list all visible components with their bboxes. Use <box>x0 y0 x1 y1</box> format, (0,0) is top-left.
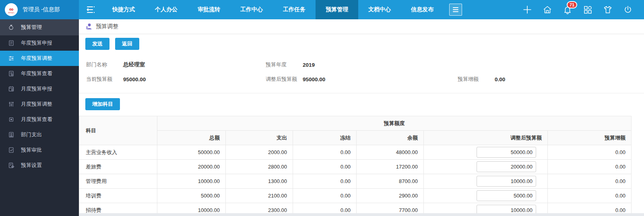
sidebar-item-label: 预算管理 <box>21 24 42 31</box>
sidebar-item-0[interactable]: 预算管理 <box>0 19 79 35</box>
sliders-icon <box>8 55 14 62</box>
person-icon <box>85 23 93 30</box>
balance-cell: 2900.00 <box>357 189 424 203</box>
spent-cell: 2100.00 <box>226 189 293 203</box>
nav-item-4[interactable]: 工作任务 <box>273 0 316 19</box>
sidebar-item-8[interactable]: 预算审批 <box>0 142 79 158</box>
table-actions: 增加科目 <box>79 93 644 115</box>
budget-year-value: 2019 <box>303 62 315 68</box>
topbar: ∞ 华天动力 管理员 -信息部 快捷方式个人办公审批流转工作中心工作任务预算管理… <box>0 0 644 19</box>
app-logo-icon: ∞ 华天动力 <box>5 3 18 16</box>
sidebar-item-label: 月度预算申报 <box>21 85 52 93</box>
apps-grid-icon[interactable] <box>583 5 592 14</box>
balance-cell: 8700.00 <box>357 174 424 189</box>
sidebar-item-label: 年度预算申报 <box>21 39 52 47</box>
notification-badge: 71 <box>567 1 577 8</box>
theme-shirt-icon[interactable] <box>603 5 613 14</box>
adjusted-budget-value: 95000.00 <box>303 76 325 82</box>
total-cell: 5000.00 <box>157 189 226 203</box>
budget-table: 科目 预算额度 总额 支出 冻结 余额 调整后预算额 预算增额 主营业务收入50… <box>79 116 632 216</box>
budget-increase-label: 预算增额 <box>458 76 495 83</box>
sidebar-item-1[interactable]: 年度预算申报 <box>0 35 79 51</box>
sidebar-item-7[interactable]: 部门支出 <box>0 127 79 142</box>
sidebar-item-label: 年度预算调整 <box>21 55 52 62</box>
doc-gear-icon <box>8 162 14 169</box>
column-header-increase: 预算增额 <box>548 131 632 145</box>
logo-area: ∞ 华天动力 管理员 -信息部 <box>0 0 79 19</box>
calendar-icon <box>8 86 14 92</box>
table-row: 差旅费20000.002800.000.0017200.000.00 <box>79 160 632 174</box>
subject-cell: 培训费 <box>79 189 157 203</box>
nav-item-1[interactable]: 个人办公 <box>145 0 188 19</box>
spent-cell: 2000.00 <box>226 145 293 160</box>
nav-item-3[interactable]: 工作中心 <box>230 0 273 19</box>
user-label: 管理员 -信息部 <box>23 6 60 13</box>
subject-cell: 管理费用 <box>79 174 157 189</box>
adjusted-budget-input[interactable] <box>477 147 536 158</box>
spent-cell: 1300.00 <box>226 174 293 189</box>
adjusted-cell <box>424 160 548 174</box>
money-bag-icon <box>8 24 14 31</box>
doc-view-icon <box>8 70 14 77</box>
adjusted-budget-input[interactable] <box>477 190 536 201</box>
nav-item-2[interactable]: 审批流转 <box>188 0 230 19</box>
total-cell: 10000.00 <box>157 174 226 189</box>
column-header-frozen: 冻结 <box>293 131 357 145</box>
sidebar: 预算管理年度预算申报年度预算调整年度预算查看月度预算申报月度预算调整月度预算查看… <box>0 19 79 216</box>
balance-cell: 48000.00 <box>357 145 424 160</box>
toolbar: 发送 返回 <box>79 34 644 53</box>
send-button[interactable]: 发送 <box>85 38 109 50</box>
dept-name-label: 部门名称 <box>86 61 123 68</box>
increase-cell: 0.00 <box>548 174 632 189</box>
doc-lines-icon <box>8 40 14 46</box>
sidebar-item-5[interactable]: 月度预算调整 <box>0 97 79 112</box>
notifications-bell-icon[interactable]: 71 <box>563 5 572 14</box>
subject-cell: 差旅费 <box>79 160 157 174</box>
budget-year-label: 预算年度 <box>266 61 303 68</box>
horizontal-scrollbar[interactable] <box>79 213 644 216</box>
sidebar-item-4[interactable]: 月度预算申报 <box>0 81 79 97</box>
doc-check-icon <box>8 147 14 153</box>
sidebar-item-label: 预算审批 <box>21 146 42 154</box>
spent-cell: 2800.00 <box>226 160 293 174</box>
balance-cell: 17200.00 <box>357 160 424 174</box>
frozen-cell: 0.00 <box>293 145 357 160</box>
back-button[interactable]: 返回 <box>115 38 139 50</box>
monitor-icon <box>8 116 14 123</box>
sidebar-item-2[interactable]: 年度预算调整 <box>0 51 79 66</box>
frozen-cell: 0.00 <box>293 189 357 203</box>
increase-cell: 0.00 <box>548 145 632 160</box>
column-header-subject: 科目 <box>79 116 157 145</box>
sidebar-item-label: 月度预算调整 <box>21 101 52 108</box>
increase-cell: 0.00 <box>548 189 632 203</box>
sidebar-item-6[interactable]: 月度预算查看 <box>0 112 79 127</box>
logo-text: 华天动力 <box>8 12 14 14</box>
increase-cell: 0.00 <box>548 160 632 174</box>
logout-power-icon[interactable] <box>623 5 633 14</box>
adjusted-budget-input[interactable] <box>477 161 536 172</box>
table-row: 培训费5000.002100.000.002900.000.00 <box>79 189 632 203</box>
home-icon[interactable] <box>543 5 552 14</box>
nav-item-0[interactable]: 快捷方式 <box>102 0 145 19</box>
adjusted-cell <box>424 174 548 189</box>
more-menu-button[interactable] <box>449 4 462 16</box>
column-group-header: 预算额度 <box>157 116 632 131</box>
current-budget-value: 95000.00 <box>123 76 146 82</box>
adjusted-budget-input[interactable] <box>477 176 536 187</box>
nav-item-6[interactable]: 文档中心 <box>358 0 401 19</box>
column-header-total: 总额 <box>157 131 226 145</box>
subject-cell: 主营业务收入 <box>79 145 157 160</box>
sidebar-item-3[interactable]: 年度预算查看 <box>0 66 79 81</box>
table-row: 管理费用10000.001300.000.008700.000.00 <box>79 174 632 189</box>
sidebar-item-label: 月度预算查看 <box>21 116 52 123</box>
collapse-menu-icon[interactable] <box>79 0 102 19</box>
add-subject-button[interactable]: 增加科目 <box>85 98 120 110</box>
person-doc-icon <box>8 132 14 138</box>
add-icon[interactable] <box>522 5 532 14</box>
dept-name-value: 总经理室 <box>123 61 145 68</box>
nav-item-7[interactable]: 信息发布 <box>401 0 444 19</box>
column-header-balance: 余额 <box>357 131 424 145</box>
sidebar-item-9[interactable]: 预算设置 <box>0 158 79 173</box>
adjusted-cell <box>424 189 548 203</box>
nav-item-5[interactable]: 预算管理 <box>316 0 358 19</box>
